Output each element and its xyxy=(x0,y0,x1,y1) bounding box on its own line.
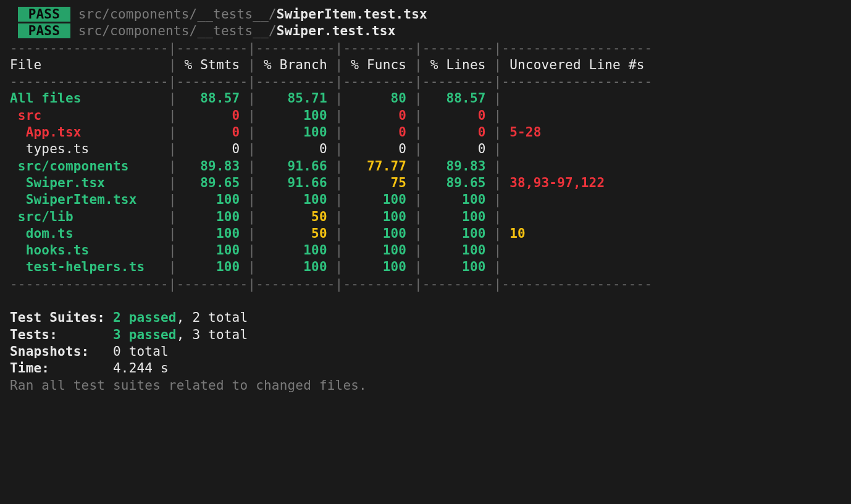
uncovered-val xyxy=(509,192,652,207)
border: | xyxy=(493,108,501,123)
border: | xyxy=(493,226,501,241)
border: | xyxy=(493,192,501,207)
file-name: src xyxy=(10,108,169,123)
border: | xyxy=(169,141,177,156)
lines-val: 0 xyxy=(422,125,494,140)
funcs-val: 0 xyxy=(343,141,414,156)
file-name: types.ts xyxy=(10,141,169,156)
branch-val: 50 xyxy=(256,226,335,241)
uncovered-val xyxy=(509,141,652,156)
uncovered-val xyxy=(509,209,652,224)
lines-val: 89.65 xyxy=(422,175,494,190)
border: | xyxy=(493,209,501,224)
border: | xyxy=(414,175,422,190)
summary-suites-label: Test Suites: xyxy=(10,310,113,325)
border: | xyxy=(248,192,256,207)
border: | xyxy=(335,57,343,72)
col-file: File xyxy=(10,57,169,72)
uncovered-val xyxy=(509,259,652,274)
border: | xyxy=(335,259,343,274)
branch-val: 100 xyxy=(256,243,335,258)
summary-tests-label: Tests: xyxy=(10,327,113,342)
stmts-val: 88.57 xyxy=(177,91,248,106)
border: | xyxy=(169,57,177,72)
funcs-val: 0 xyxy=(343,125,414,140)
border: | xyxy=(335,175,343,190)
uncovered-val xyxy=(509,91,652,106)
file-name: SwiperItem.tsx xyxy=(10,192,169,207)
stmts-val: 89.83 xyxy=(177,159,248,174)
summary-time-value: 4.244 s xyxy=(113,361,169,376)
uncovered-val xyxy=(509,159,652,174)
summary-footer: Ran all test suites related to changed f… xyxy=(10,378,367,393)
border: | xyxy=(248,209,256,224)
border: | xyxy=(414,125,422,140)
branch-val: 85.71 xyxy=(256,91,335,106)
lines-val: 0 xyxy=(422,141,494,156)
branch-val: 91.66 xyxy=(256,175,335,190)
test-filename: Swiper.test.tsx xyxy=(277,23,396,38)
border: | xyxy=(335,192,343,207)
border: | xyxy=(169,243,177,258)
border: | xyxy=(248,259,256,274)
border: | xyxy=(414,226,422,241)
test-path: src/components/__tests__/ xyxy=(78,7,277,22)
file-name: test-helpers.ts xyxy=(10,259,169,274)
funcs-val: 100 xyxy=(343,243,414,258)
uncovered-val xyxy=(509,243,652,258)
border: | xyxy=(169,91,177,106)
table-border: --------------------|---------|---------… xyxy=(10,74,652,89)
file-name: App.tsx xyxy=(10,125,169,140)
border: | xyxy=(169,108,177,123)
lines-val: 0 xyxy=(422,108,494,123)
border: | xyxy=(414,91,422,106)
file-name: dom.ts xyxy=(10,226,169,241)
lines-val: 100 xyxy=(422,192,494,207)
stmts-val: 100 xyxy=(177,192,248,207)
funcs-val: 75 xyxy=(343,175,414,190)
branch-val: 100 xyxy=(256,192,335,207)
funcs-val: 100 xyxy=(343,192,414,207)
border: | xyxy=(493,159,501,174)
col-lines: % Lines xyxy=(422,57,494,72)
branch-val: 0 xyxy=(256,141,335,156)
border: | xyxy=(169,226,177,241)
summary-tests-passed: 3 passed xyxy=(113,327,177,342)
file-name: src/lib xyxy=(10,209,169,224)
col-uncovered: Uncovered Line #s xyxy=(501,57,652,72)
border: | xyxy=(335,108,343,123)
lines-val: 100 xyxy=(422,259,494,274)
branch-val: 91.66 xyxy=(256,159,335,174)
table-border: --------------------|---------|---------… xyxy=(10,41,652,56)
border: | xyxy=(335,209,343,224)
border: | xyxy=(248,57,256,72)
border: | xyxy=(248,175,256,190)
file-name: Swiper.tsx xyxy=(10,175,169,190)
funcs-val: 100 xyxy=(343,226,414,241)
border: | xyxy=(414,243,422,258)
border: | xyxy=(169,209,177,224)
border: | xyxy=(414,108,422,123)
border: | xyxy=(248,226,256,241)
border: | xyxy=(414,209,422,224)
border: | xyxy=(414,192,422,207)
pass-badge: PASS xyxy=(18,7,70,22)
test-filename: SwiperItem.test.tsx xyxy=(277,7,427,22)
funcs-val: 100 xyxy=(343,259,414,274)
stmts-val: 100 xyxy=(177,259,248,274)
border: | xyxy=(248,125,256,140)
border: | xyxy=(335,243,343,258)
branch-val: 100 xyxy=(256,125,335,140)
border: | xyxy=(414,159,422,174)
summary-time-label: Time: xyxy=(10,361,113,376)
border: | xyxy=(414,57,422,72)
col-funcs: % Funcs xyxy=(343,57,414,72)
border: | xyxy=(493,259,501,274)
border: | xyxy=(248,108,256,123)
border: | xyxy=(335,125,343,140)
border: | xyxy=(493,141,501,156)
stmts-val: 89.65 xyxy=(177,175,248,190)
funcs-val: 0 xyxy=(343,108,414,123)
file-name: hooks.ts xyxy=(10,243,169,258)
border: | xyxy=(493,175,501,190)
